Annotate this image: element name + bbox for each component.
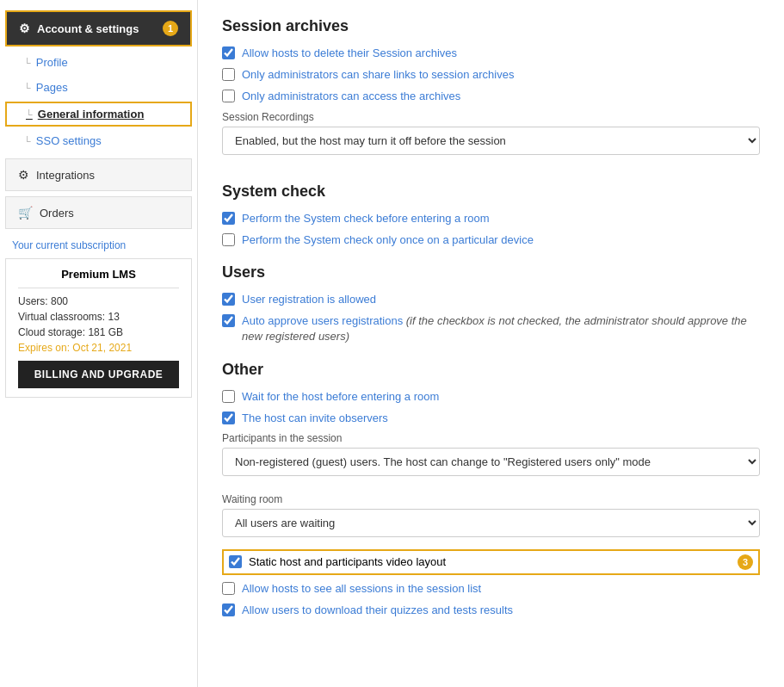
session-recordings-label: Session Recordings	[222, 111, 760, 123]
subscription-box: Premium LMS Users: 800 Virtual classroom…	[5, 258, 192, 398]
billing-upgrade-button[interactable]: BILLING AND UPGRADE	[18, 361, 179, 388]
system-check-title: System check	[222, 183, 760, 201]
gear-icon: ⚙	[19, 22, 30, 35]
checkbox-system-check-once: Perform the System check only once on a …	[222, 232, 760, 248]
checkbox-user-registration-label: User registration is allowed	[242, 292, 376, 307]
session-recordings-select[interactable]: Enabled, but the host may turn it off be…	[222, 127, 760, 155]
checkbox-auto-approve-label: Auto approve users registrations (if the…	[242, 313, 760, 344]
participants-select[interactable]: Non-registered (guest) users. The host c…	[222, 448, 760, 476]
sidebar-item-pages[interactable]: Pages	[0, 75, 197, 100]
checkbox-system-check-enter-input[interactable]	[222, 212, 235, 225]
subscription-cloud-storage: Cloud storage: 181 GB	[18, 326, 179, 338]
checkbox-download-quizzes-input[interactable]	[222, 603, 235, 616]
static-layout-badge: 3	[738, 554, 753, 570]
sidebar: ⚙ Account & settings 1 Profile Pages Gen…	[0, 0, 198, 687]
checkbox-see-all-sessions-label: Allow hosts to see all sessions in the s…	[242, 581, 481, 597]
checkbox-wait-host-label: Wait for the host before entering a room	[242, 389, 439, 405]
sidebar-item-account-settings[interactable]: ⚙ Account & settings 1	[5, 10, 192, 46]
section-system-check: System check Perform the System check be…	[222, 183, 760, 248]
orders-icon: 🛒	[18, 206, 33, 220]
main-content: Session archives Allow hosts to delete t…	[198, 0, 784, 687]
section-session-archives: Session archives Allow hosts to delete t…	[222, 17, 760, 167]
account-settings-label: Account & settings	[37, 22, 139, 35]
sidebar-item-profile[interactable]: Profile	[0, 50, 197, 75]
checkbox-wait-host-input[interactable]	[222, 390, 235, 403]
sidebar-item-integrations[interactable]: ⚙ Integrations	[5, 158, 192, 191]
app-window: ⚙ Account & settings 1 Profile Pages Gen…	[0, 0, 784, 687]
sidebar-item-orders[interactable]: 🛒 Orders	[5, 196, 192, 229]
waiting-room-select[interactable]: All users are waiting Hosts enter direct…	[222, 509, 760, 537]
checkbox-see-all-sessions: Allow hosts to see all sessions in the s…	[222, 581, 760, 597]
sso-settings-label: SSO settings	[36, 134, 102, 147]
integrations-icon: ⚙	[18, 168, 29, 182]
checkbox-allow-delete: Allow hosts to delete their Session arch…	[222, 46, 760, 61]
checkbox-invite-observers-input[interactable]	[222, 412, 235, 424]
checkbox-system-check-enter-label: Perform the System check before entering…	[242, 211, 490, 226]
checkbox-admin-access: Only administrators can access the archi…	[222, 89, 760, 104]
checkbox-invite-observers: The host can invite observers	[222, 411, 760, 426]
session-archives-title: Session archives	[222, 17, 760, 35]
sidebar-item-general-info[interactable]: General information	[5, 102, 192, 127]
subscription-virtual-classrooms: Virtual classrooms: 13	[18, 311, 179, 323]
subscription-users: Users: 800	[18, 295, 179, 307]
checkbox-auto-approve: Auto approve users registrations (if the…	[222, 313, 760, 344]
account-settings-badge: 1	[163, 21, 178, 36]
subscription-plan: Premium LMS	[18, 268, 179, 288]
sidebar-item-sso-settings[interactable]: SSO settings	[0, 128, 197, 153]
checkbox-admin-share: Only administrators can share links to s…	[222, 67, 760, 83]
other-title: Other	[222, 361, 760, 379]
section-other: Other Wait for the host before entering …	[222, 361, 760, 619]
checkbox-system-check-enter: Perform the System check before entering…	[222, 211, 760, 226]
checkbox-allow-delete-input[interactable]	[222, 46, 235, 59]
checkbox-user-registration-input[interactable]	[222, 293, 235, 306]
checkbox-system-check-once-input[interactable]	[222, 233, 235, 246]
checkbox-static-layout-input[interactable]	[229, 555, 242, 568]
integrations-label: Integrations	[36, 169, 95, 182]
checkbox-admin-access-input[interactable]	[222, 90, 235, 102]
pages-label: Pages	[36, 81, 68, 94]
users-title: Users	[222, 263, 760, 282]
section-users: Users User registration is allowed Auto …	[222, 263, 760, 345]
profile-label: Profile	[36, 56, 68, 69]
subscription-expires: Expires on: Oct 21, 2021	[18, 342, 179, 354]
checkbox-download-quizzes-label: Allow users to download their quizzes an…	[242, 603, 513, 618]
checkbox-see-all-sessions-input[interactable]	[222, 582, 235, 595]
checkbox-static-layout-row: Static host and participants video layou…	[222, 549, 760, 575]
checkbox-admin-share-input[interactable]	[222, 68, 235, 81]
general-info-label: General information	[38, 108, 145, 121]
checkbox-user-registration: User registration is allowed	[222, 292, 760, 307]
waiting-room-label: Waiting room	[222, 493, 760, 505]
orders-label: Orders	[40, 207, 74, 220]
checkbox-auto-approve-input[interactable]	[222, 314, 235, 327]
participants-label: Participants in the session	[222, 432, 760, 444]
checkbox-download-quizzes: Allow users to download their quizzes an…	[222, 603, 760, 618]
checkbox-system-check-once-label: Perform the System check only once on a …	[242, 232, 534, 248]
checkbox-admin-share-label: Only administrators can share links to s…	[242, 67, 514, 83]
checkbox-wait-host: Wait for the host before entering a room	[222, 389, 760, 405]
checkbox-invite-observers-label: The host can invite observers	[242, 411, 388, 426]
checkbox-admin-access-label: Only administrators can access the archi…	[242, 89, 460, 104]
subscription-label: Your current subscription	[0, 229, 197, 255]
checkbox-allow-delete-label: Allow hosts to delete their Session arch…	[242, 46, 457, 61]
checkbox-static-layout-label: Static host and participants video layou…	[249, 555, 446, 568]
